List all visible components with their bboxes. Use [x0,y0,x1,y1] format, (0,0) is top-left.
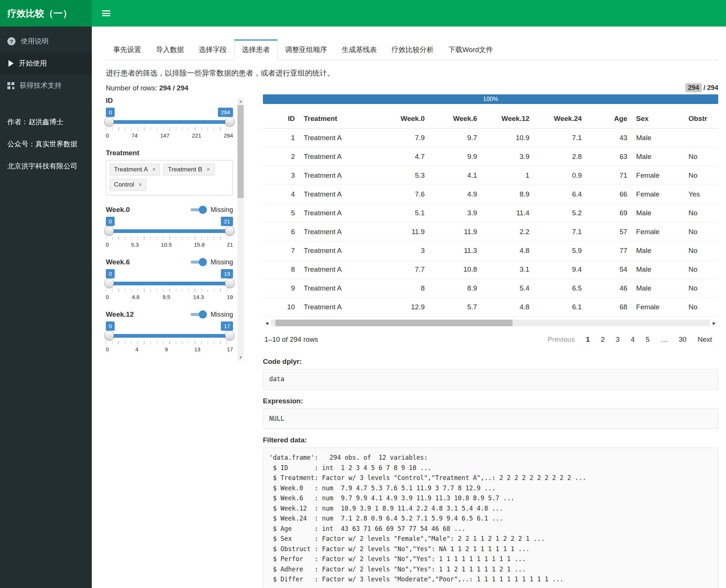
page-button[interactable]: 1 [581,333,595,346]
table-cell: 77 [586,241,632,260]
page-button[interactable]: 3 [611,333,625,346]
slider-tick-labels: 0 5.3 10.5 15.8 21 [106,241,233,248]
table-cell: 10.8 [429,260,482,279]
slider-from-value: 0 [106,269,115,278]
rows-badge: 294 / 294 [263,84,718,92]
slider-handle-min[interactable] [104,117,114,126]
page-button[interactable]: 4 [626,333,640,346]
scrollbar-thumb[interactable] [237,105,244,198]
slider-handle-min[interactable] [104,331,114,340]
missing-toggle[interactable] [191,313,205,316]
data-table: IDTreatmentWeek.0Week.6Week.12Week.24Age… [263,109,718,317]
missing-toggle[interactable] [191,261,205,264]
app-title: 疗效比较（一） [0,0,92,27]
page-button[interactable]: 30 [674,333,691,346]
tab-0[interactable]: 事先设置 [106,39,149,60]
table-cell: Male [632,279,684,298]
tab-5[interactable]: 生成基线表 [334,39,384,60]
column-header[interactable]: Treatment [299,109,377,129]
sidebar-item-usage-help[interactable]: ? 使用说明 [0,30,92,52]
slider-track[interactable] [106,282,233,285]
next-page-button[interactable]: Next [693,333,717,346]
slider-track[interactable] [106,334,233,338]
scroll-left-icon[interactable]: ◄ [263,320,271,326]
filtered-data-label: Filtered data: [263,436,718,444]
table-cell: Treatment A [299,260,377,279]
table-cell: 2 [263,147,299,166]
tab-3[interactable]: 选择患者 [234,39,278,60]
week6-range-slider[interactable]: 0 19 0 4.8 9.5 14.3 19 [106,269,233,300]
remove-tag-icon[interactable]: × [139,181,142,188]
column-header[interactable]: Obstr [684,109,718,129]
horizontal-scrollbar[interactable]: ◄ ► [263,319,718,327]
page-button[interactable]: 5 [641,333,654,346]
treatment-tag: Control × [110,179,146,191]
column-header[interactable]: ID [263,109,299,129]
sidebar-item-get-started[interactable]: 开始使用 [0,52,92,74]
slider-handle-max[interactable] [225,117,235,126]
sidebar-toggle-button[interactable] [92,0,121,27]
column-header[interactable]: Week.24 [534,109,586,129]
author-line: 作者：赵洪鑫博士 [7,117,84,127]
hamburger-icon [102,10,110,16]
table-cell: 1 [263,129,299,147]
previous-page-button[interactable]: Previous [543,333,580,346]
table-cell: 5.3 [377,166,429,185]
column-header[interactable]: Week.0 [377,109,429,129]
column-header[interactable]: Week.6 [429,109,482,129]
table-cell: 5.1 [377,204,429,223]
treatment-multiselect[interactable]: Treatment A × Treatment B × Control × [106,160,233,195]
table-cell: No [684,241,718,260]
slider-ticks [106,127,233,131]
remove-tag-icon[interactable]: × [152,166,156,173]
play-icon [8,60,14,67]
table-cell: 4 [263,185,299,204]
table-cell: 0.9 [534,166,586,185]
filter-label-week6: Week.6 [106,258,130,266]
column-header[interactable]: Age [586,109,632,129]
table-cell: 7.9 [377,129,429,147]
scroll-up-icon[interactable]: ▲ [237,98,244,104]
slider-from-value: 0 [106,217,115,226]
slider-track[interactable] [106,120,233,124]
week12-range-slider[interactable]: 0 17 0 4 9 13 17 [106,321,233,352]
table-cell: 6 [263,223,299,241]
remove-tag-icon[interactable]: × [206,166,210,173]
tab-7[interactable]: 下载Word文件 [441,39,500,60]
table-cell: 10.9 [482,129,534,147]
tab-1[interactable]: 导入数据 [149,39,191,60]
tab-2[interactable]: 选择字段 [191,39,234,60]
table-cell: 7.6 [377,185,429,204]
id-range-slider[interactable]: 0 294 0 74 147 221 294 [106,108,233,139]
table-cell: Treatment A [299,279,377,298]
column-header[interactable]: Week.12 [482,109,534,129]
slider-track[interactable] [106,229,233,233]
tab-6[interactable]: 疗效比较分析 [384,39,441,60]
treatment-tag: Treatment B × [163,164,214,175]
slider-handle-max[interactable] [225,278,235,288]
table-cell: Treatment A [299,166,377,185]
table-cell: 9.4 [534,260,586,279]
tab-4[interactable]: 调整亚组顺序 [278,39,334,60]
filtered-data-output: 'data.frame': 294 obs. of 12 variables: … [263,448,718,588]
hscroll-thumb[interactable] [275,320,513,326]
slider-handle-min[interactable] [104,278,114,288]
table-cell: 69 [586,204,632,223]
sidebar-item-tech-support[interactable]: 获得技术支持 [0,74,92,97]
page-button[interactable]: 2 [596,333,609,346]
missing-toggle[interactable] [191,208,205,211]
scroll-down-icon[interactable]: ▼ [237,354,244,361]
rows-progress-bar: 100% [263,94,718,104]
slider-to-value: 294 [218,108,233,117]
week0-range-slider[interactable]: 0 21 0 5.3 10.5 15.8 21 [106,217,233,248]
table-cell: 4.9 [429,185,482,204]
slider-handle-max[interactable] [225,226,235,236]
column-header[interactable]: Sex [632,109,684,129]
hscroll-track[interactable] [271,320,710,326]
scroll-right-icon[interactable]: ► [710,320,718,326]
slider-handle-max[interactable] [225,331,235,340]
table-cell: No [684,223,718,241]
vertical-scrollbar[interactable]: ▲ ▼ [237,98,244,361]
filter-group-week6: Week.6 Missing 0 19 0 [106,258,233,300]
slider-handle-min[interactable] [104,226,114,236]
